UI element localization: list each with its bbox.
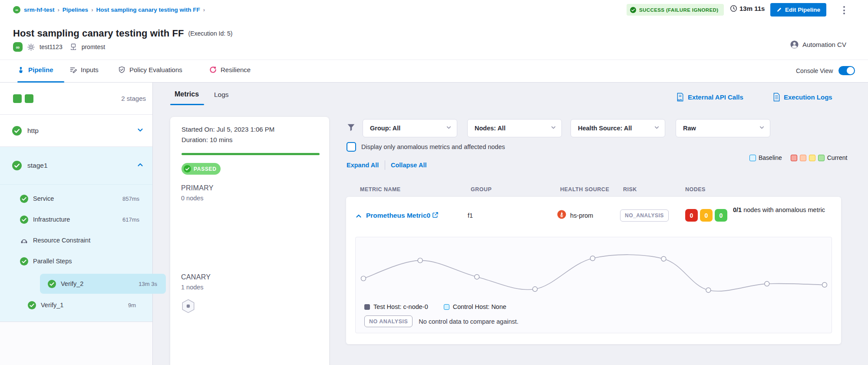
step-resource-constraint[interactable]: Resource Constraint bbox=[0, 230, 152, 251]
current-green-swatch bbox=[818, 155, 825, 161]
primary-group-label: PRIMARY bbox=[181, 184, 214, 192]
primary-node-count: 0 nodes bbox=[181, 195, 204, 202]
edit-pipeline-button[interactable]: Edit Pipeline bbox=[770, 3, 826, 17]
metric-name-link[interactable]: Prometheus Metric0 bbox=[366, 212, 430, 219]
current-legend-label: Current bbox=[827, 154, 848, 161]
anomalous-only-checkbox[interactable] bbox=[347, 142, 356, 152]
page-header: ∞ srm-hf-test › Pipelines › Host samplin… bbox=[0, 0, 868, 60]
chevron-up-icon[interactable] bbox=[137, 161, 144, 170]
tab-logs[interactable]: Logs bbox=[214, 91, 229, 99]
elapsed-time: 13m 11s bbox=[739, 5, 765, 12]
execution-id: (Execution Id: 5) bbox=[188, 30, 233, 37]
step-service[interactable]: Service 857ms bbox=[0, 188, 152, 209]
warning-node-count-yellow[interactable]: 0 bbox=[700, 209, 713, 222]
step-verify-1[interactable]: Verify_1 9m bbox=[0, 295, 152, 315]
step-duration: 9m bbox=[128, 302, 136, 309]
infrastructure-icon bbox=[69, 43, 77, 51]
tab-inputs[interactable]: Inputs bbox=[69, 66, 99, 73]
collapse-all-link[interactable]: Collapse All bbox=[391, 162, 426, 169]
resilience-chaos-icon bbox=[209, 66, 217, 73]
stages-summary: 2 stages bbox=[0, 83, 152, 115]
breadcrumb-pipelines[interactable]: Pipelines bbox=[63, 7, 88, 13]
step-verify-2-selected[interactable]: Verify_2 13m 3s bbox=[40, 274, 166, 294]
col-header-group: GROUP bbox=[471, 186, 492, 192]
external-link-icon[interactable] bbox=[432, 212, 439, 220]
col-header-nodes: NODES bbox=[685, 186, 706, 192]
group-filter-dropdown[interactable]: Group: All bbox=[363, 119, 457, 137]
srm-service-icon: ∞ bbox=[13, 42, 23, 52]
more-options-menu[interactable] bbox=[842, 4, 847, 16]
breadcrumb-pipeline-name[interactable]: Host sampling canary testing with FF bbox=[96, 7, 200, 13]
breadcrumb-separator: › bbox=[203, 7, 205, 13]
tab-policy-evaluations[interactable]: Policy Evaluations bbox=[118, 66, 182, 73]
step-infrastructure[interactable]: Infrastructure 617ms bbox=[0, 209, 152, 230]
nodes-summary: 0/1 nodes with anomalous metric bbox=[733, 206, 826, 215]
stage1-section: stage1 Service 857ms Infrastructure 617m… bbox=[0, 147, 152, 322]
test-host-label: Test Host: c-node-0 bbox=[373, 303, 428, 310]
health-source-filter-dropdown[interactable]: Health Source: All bbox=[571, 119, 665, 137]
host-legend: Test Host: c-node-0 Control Host: None bbox=[364, 303, 506, 310]
expand-all-link[interactable]: Expand All bbox=[347, 162, 379, 169]
inputs-icon bbox=[69, 66, 77, 73]
tab-resilience[interactable]: Resilience bbox=[209, 66, 251, 73]
collapse-row-chevron-up-icon[interactable] bbox=[355, 212, 362, 221]
progress-bar bbox=[182, 153, 320, 155]
step-duration: 857ms bbox=[122, 196, 139, 202]
shield-check-icon bbox=[118, 66, 125, 73]
nodes-filter-dropdown[interactable]: Nodes: All bbox=[467, 119, 562, 137]
chevron-down-icon bbox=[759, 125, 765, 132]
status-badge: SUCCESS (FAILURE IGNORED) bbox=[627, 4, 724, 16]
metric-group-cell: f1 bbox=[468, 212, 473, 219]
filter-icon[interactable] bbox=[347, 123, 356, 134]
stage1-steps: Service 857ms Infrastructure 617ms Resou… bbox=[0, 184, 152, 322]
user-name: Automation CV bbox=[802, 41, 846, 48]
current-red-swatch bbox=[791, 155, 797, 161]
current-yellow-swatch bbox=[809, 155, 815, 161]
success-check-icon bbox=[20, 216, 28, 224]
success-check-icon bbox=[20, 195, 28, 203]
healthy-node-count-green[interactable]: 0 bbox=[715, 209, 727, 222]
resource-constraint-icon bbox=[20, 236, 28, 245]
link-divider bbox=[385, 160, 385, 170]
svg-text:API: API bbox=[677, 98, 682, 101]
pipeline-icon bbox=[17, 66, 24, 73]
step-parallel-steps[interactable]: Parallel Steps bbox=[0, 251, 152, 272]
canary-node-hexagon[interactable] bbox=[182, 299, 195, 315]
success-check-icon bbox=[28, 301, 36, 309]
health-source-cell: hs-prom bbox=[570, 212, 593, 219]
execution-meta: ∞ test1123 promtest bbox=[13, 42, 105, 52]
data-type-dropdown[interactable]: Raw bbox=[676, 119, 770, 137]
canary-node-count: 1 nodes bbox=[181, 284, 204, 291]
api-document-icon: API bbox=[676, 93, 684, 102]
metric-chart-panel: Test Host: c-node-0 Control Host: None N… bbox=[355, 237, 832, 333]
tab-pipeline[interactable]: Pipeline bbox=[17, 66, 53, 73]
anomalous-node-count-red[interactable]: 0 bbox=[685, 209, 698, 222]
no-analysis-row: NO ANALYSIS No control data to compare a… bbox=[364, 315, 518, 327]
baseline-legend-label: Baseline bbox=[759, 154, 782, 161]
breadcrumb-project[interactable]: srm-hf-test bbox=[24, 7, 55, 13]
console-view-label: Console View bbox=[796, 67, 833, 74]
col-header-health-source: HEALTH SOURCE bbox=[560, 186, 609, 192]
control-host-swatch bbox=[444, 304, 449, 310]
anomalous-only-label: Display only anomalous metrics and affec… bbox=[361, 143, 505, 150]
current-orange-swatch bbox=[800, 155, 806, 161]
srm-module-icon: ∞ bbox=[13, 6, 20, 13]
document-icon bbox=[773, 93, 780, 102]
sidebar-stage-http[interactable]: http bbox=[0, 115, 152, 147]
chevron-down-icon bbox=[654, 125, 660, 132]
external-api-calls-link[interactable]: API External API Calls bbox=[676, 93, 743, 102]
control-host-label: Control Host: None bbox=[453, 303, 506, 310]
console-view-toggle[interactable] bbox=[838, 66, 855, 75]
sidebar-stage-stage1[interactable]: stage1 bbox=[0, 147, 152, 184]
stage-status-square bbox=[13, 94, 22, 103]
tab-metrics[interactable]: Metrics bbox=[175, 90, 199, 98]
svg-text:∞: ∞ bbox=[16, 44, 20, 50]
clock-icon bbox=[730, 5, 737, 12]
chevron-down-icon[interactable] bbox=[137, 126, 144, 135]
stage-status-square bbox=[25, 94, 33, 103]
col-header-risk: RISK bbox=[623, 186, 637, 192]
risk-badge: NO_ANALYSIS bbox=[620, 209, 669, 222]
chevron-down-icon bbox=[551, 125, 556, 132]
service-name: test1123 bbox=[40, 43, 63, 50]
execution-logs-link[interactable]: Execution Logs bbox=[773, 93, 832, 102]
